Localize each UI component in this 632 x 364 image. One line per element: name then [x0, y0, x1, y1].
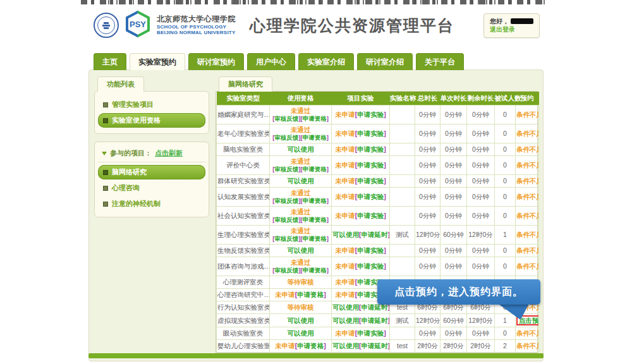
sidebar-item-label: 管理实验项目	[112, 100, 154, 109]
apply-experiment-link[interactable]: 申请实验	[357, 193, 384, 200]
qualification-status: 可以使用	[288, 329, 314, 337]
apply-experiment-link[interactable]: 申请实验	[357, 145, 384, 153]
subject-count-cell: 0	[495, 207, 516, 226]
review-feedback-link[interactable]: 审核反馈	[274, 267, 298, 274]
apply-experiment-link[interactable]: 申请实验	[357, 177, 384, 185]
apply-experiment-link[interactable]: 申请实验	[357, 262, 384, 270]
greeting-label: 您好，	[490, 17, 509, 26]
project-item-label: 脑网络研究	[112, 167, 147, 177]
nav-tab-研讨室介绍[interactable]: 研讨室介绍	[357, 53, 413, 70]
column-header-总时长: 总时长	[415, 92, 441, 106]
project-item-心理咨询[interactable]: 心理咨询	[98, 181, 205, 195]
review-feedback-link[interactable]: 审核反馈	[274, 216, 298, 223]
project-status: 未申请	[335, 193, 355, 200]
experiment-name-cell	[390, 156, 415, 175]
nav-tab-关于平台[interactable]: 关于平台	[416, 53, 464, 70]
apply-experiment-link[interactable]: 申请实验	[357, 111, 384, 118]
nav-tab-实验室介绍[interactable]: 实验室介绍	[298, 53, 354, 70]
project-item-脑网络研究[interactable]: 脑网络研究	[98, 165, 205, 179]
apply-qualification-link[interactable]: 申请资格	[303, 235, 327, 242]
apply-extension-link[interactable]: 申请延时	[362, 342, 388, 349]
qualification-status: 未通过	[291, 157, 311, 165]
square-bullet-icon	[103, 102, 108, 107]
refresh-link[interactable]: 点击刷新	[155, 149, 183, 158]
column-header-实验名称: 实验名称	[390, 92, 415, 106]
apply-qualification-link[interactable]: 申请资格	[303, 166, 327, 173]
table-row: 认知发展实验室类未通过[审核反馈][申请资格]未申请[申请实验]0分钟0分钟0分…	[217, 188, 539, 207]
column-header-剩余时长: 剩余时长	[467, 92, 495, 106]
subject-count-cell: 0	[495, 245, 516, 257]
apply-experiment-link[interactable]: 申请实验	[357, 329, 384, 337]
lab-type-cell: 心理测评室类	[217, 276, 270, 289]
organization-name-cn: 北京师范大学心理学院	[157, 15, 236, 24]
square-bullet-icon	[103, 186, 108, 191]
qualification-cell: 未通过[审核反馈][申请资格]	[270, 226, 332, 245]
experiment-name-cell	[390, 188, 415, 207]
apply-experiment-link[interactable]: 申请实验	[357, 212, 384, 219]
nav-tab-实验室预约[interactable]: 实验室预约	[130, 53, 185, 70]
review-feedback-link[interactable]: 审核反馈	[274, 197, 298, 204]
single-duration-cell: 0分钟	[441, 327, 467, 340]
sidebar-item-管理实验项目[interactable]: 管理实验项目	[98, 97, 205, 112]
project-status: 未申请	[335, 291, 355, 298]
apply-extension-link[interactable]: 申请延时	[362, 317, 388, 324]
reserve-cell: 条件不足	[516, 124, 539, 143]
subject-count-cell: 1	[495, 314, 516, 327]
reserve-cell: 条件不足	[516, 257, 539, 276]
apply-experiment-link[interactable]: 申请实验	[357, 161, 384, 169]
project-item-注意的神经机制[interactable]: 注意的神经机制	[98, 197, 205, 211]
lab-type-cell: 认知发展实验室类	[217, 188, 270, 207]
sidebar-item-实验室使用资格[interactable]: 实验室使用资格	[98, 113, 205, 128]
lab-table-container: 实验室类型使用资格项目实验实验名称总时长单次时长剩余时长被试人数预约 婚姻家庭研…	[216, 91, 538, 353]
project-experiment-cell: 未申请[申请实验]	[332, 156, 390, 175]
apply-qualification-link[interactable]: 申请资格	[303, 134, 327, 141]
experiment-name-cell: 测试	[390, 226, 415, 245]
apply-extension-link[interactable]: 申请延时	[362, 231, 388, 238]
condition-not-met-label: 条件不足	[516, 246, 539, 254]
review-feedback-link[interactable]: 审核反馈	[274, 134, 298, 141]
bracket-close: ]	[327, 166, 329, 173]
qualification-status-line: 未申请[申请资格]	[270, 342, 331, 350]
projects-label: 参与的项目：	[110, 149, 152, 158]
apply-qualification-link[interactable]: 申请资格	[303, 115, 327, 122]
project-experiment-cell: 未申请[申请实验]	[332, 188, 390, 207]
apply-qualification-link[interactable]: 申请资格	[297, 291, 324, 298]
condition-not-met-label: 条件不足	[516, 177, 539, 185]
review-feedback-link[interactable]: 审核反馈	[274, 115, 298, 122]
lab-table: 实验室类型使用资格项目实验实验名称总时长单次时长剩余时长被试人数预约 婚姻家庭研…	[216, 92, 539, 353]
nav-tab-研讨室预约[interactable]: 研讨室预约	[188, 53, 244, 70]
qualification-cell: 未申请[申请资格]	[270, 340, 332, 353]
bracket-close: ]	[327, 197, 329, 204]
condition-not-met-label: 条件不足	[516, 130, 539, 137]
reserve-cell: 条件不足	[516, 207, 539, 226]
remaining-duration-cell: 0分钟	[467, 257, 495, 276]
single-duration-cell: 0分钟	[441, 245, 467, 257]
total-duration-cell: 12时0分	[415, 226, 441, 245]
apply-experiment-link[interactable]: 申请实验	[357, 246, 384, 254]
project-status: 未申请	[335, 329, 355, 337]
reserve-cell: 条件不足	[516, 143, 539, 156]
review-feedback-link[interactable]: 审核反馈	[274, 235, 298, 242]
apply-qualification-link[interactable]: 申请资格	[303, 267, 327, 274]
experiment-name-cell: 测试	[390, 314, 415, 327]
remaining-duration-cell: 0分钟	[467, 175, 495, 188]
project-status: 可以使用	[332, 317, 359, 324]
bracket-close: ]	[327, 115, 329, 122]
review-feedback-link[interactable]: 审核反馈	[274, 166, 298, 173]
qualification-cell: 等待审核	[270, 276, 332, 289]
active-project-tab[interactable]: 脑网络研究	[219, 76, 272, 92]
apply-qualification-link[interactable]: 申请资格	[297, 342, 324, 349]
logout-link[interactable]: 退出登录	[490, 25, 533, 34]
organization-name-en2: BEIJING NORMAL UNIVERSITY	[157, 30, 236, 35]
qualification-status: 可以使用	[288, 317, 314, 324]
experiment-name-cell	[390, 207, 415, 226]
nav-tab-用户中心[interactable]: 用户中心	[247, 53, 295, 70]
qualification-cell: 未申请[申请资格]	[270, 289, 332, 301]
single-duration-cell: 60分钟	[441, 226, 467, 245]
nav-tab-主页[interactable]: 主页	[94, 53, 126, 70]
table-row: 脑电实验室类可以使用未申请[申请实验]0分钟0分钟0分钟0条件不足	[217, 143, 539, 156]
condition-not-met-label: 条件不足	[516, 342, 539, 349]
apply-qualification-link[interactable]: 申请资格	[303, 197, 327, 204]
apply-experiment-link[interactable]: 申请实验	[357, 130, 384, 137]
apply-qualification-link[interactable]: 申请资格	[303, 216, 327, 223]
